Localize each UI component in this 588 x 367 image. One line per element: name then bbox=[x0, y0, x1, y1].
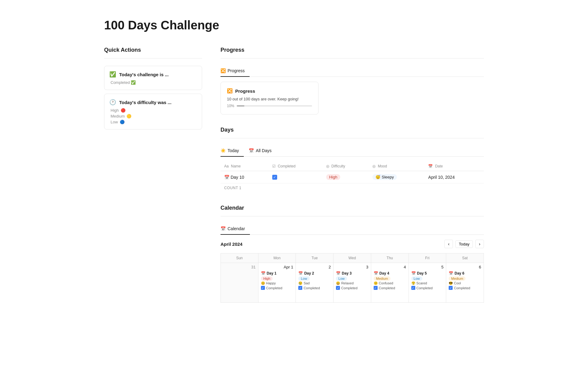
calendar-nav: ‹ Today › bbox=[444, 240, 484, 248]
progress-section: Progress 🔀 Progress 🔀 Progress 10 out of… bbox=[221, 47, 484, 114]
cal-day-apr5[interactable]: 5 📅 Day 5 Low 😤 Scared ✓ bbox=[409, 263, 446, 303]
challenge-status-text: Completed ✅ bbox=[111, 80, 136, 85]
progress-bar-row: 10% bbox=[227, 104, 312, 108]
next-month-button[interactable]: › bbox=[475, 240, 484, 248]
completed-checkbox: ✓ bbox=[272, 175, 277, 180]
event-completed-day3: ✓ Completed bbox=[336, 286, 368, 290]
difficulty-medium-text: Medium bbox=[111, 114, 125, 118]
row-completed: ✓ bbox=[269, 171, 322, 183]
calendar-month: April 2024 bbox=[221, 242, 243, 247]
difficulty-low[interactable]: Low 🔵 bbox=[111, 120, 197, 124]
today-button[interactable]: Today bbox=[455, 240, 473, 248]
col-name: Aa Name bbox=[221, 162, 269, 171]
event-completed-day1: ✓ Completed bbox=[261, 286, 293, 290]
col-difficulty-icon: ◎ bbox=[326, 164, 329, 168]
days-table: Aa Name ☑ Completed ◎ Difficulty ◎ Mood … bbox=[221, 162, 484, 183]
progress-card-title-text: Progress bbox=[235, 88, 255, 94]
difficulty-medium[interactable]: Medium 🟡 bbox=[111, 114, 197, 118]
col-completed: ☑ Completed bbox=[269, 162, 322, 171]
cal-day-apr6[interactable]: 6 📅 Day 6 Medium 😎 Cool ✓ bbox=[446, 263, 484, 303]
difficulty-value: High bbox=[326, 174, 341, 180]
mood-text: Sleepy bbox=[382, 175, 394, 179]
page-title: 100 Days Challenge bbox=[104, 18, 484, 32]
row-name-icon: 📅 bbox=[224, 175, 229, 180]
progress-description: 10 out of 100 days are over. Keep going! bbox=[227, 97, 312, 101]
weekday-thu: Thu bbox=[371, 253, 409, 263]
difficulty-label: Today's difficulty was ... bbox=[119, 100, 172, 105]
calendar-tab-label: Calendar bbox=[228, 226, 245, 231]
event-icon-day6: 📅 bbox=[449, 271, 453, 275]
event-icon-day3: 📅 bbox=[336, 271, 341, 275]
event-label-day3: Day 3 bbox=[342, 271, 352, 275]
challenge-card[interactable]: ✅ Today's challenge is ... Completed ✅ bbox=[104, 66, 202, 90]
completed-text-day5: Completed bbox=[417, 286, 433, 290]
event-name-day5: 📅 Day 5 bbox=[411, 271, 444, 275]
progress-tab-label: Progress bbox=[228, 68, 245, 73]
calendar-week-1: 31 Apr 1 📅 Day 1 High bbox=[221, 263, 484, 303]
difficulty-low-text: Low bbox=[111, 120, 118, 124]
event-label-day4: Day 4 bbox=[379, 271, 389, 275]
row-date: April 10, 2024 bbox=[424, 171, 484, 183]
row-mood: 😴 Sleepy bbox=[369, 171, 424, 183]
quick-actions-title: Quick Actions bbox=[104, 47, 202, 53]
event-diff-day5: Low bbox=[411, 276, 422, 281]
progress-tab-icon: 🔀 bbox=[221, 68, 226, 73]
col-date-icon: 📅 bbox=[428, 164, 433, 168]
difficulty-high[interactable]: High 🔴 bbox=[111, 108, 197, 113]
event-name-day2: 📅 Day 2 bbox=[298, 271, 331, 275]
difficulty-card[interactable]: 🕐 Today's difficulty was ... High 🔴 Medi… bbox=[104, 94, 202, 129]
completed-text-day1: Completed bbox=[266, 286, 282, 290]
challenge-row: ✅ Today's challenge is ... bbox=[109, 71, 197, 78]
prev-month-button[interactable]: ‹ bbox=[444, 240, 453, 248]
check-day4: ✓ bbox=[374, 286, 378, 290]
tab-today[interactable]: ☀️ Today bbox=[221, 146, 244, 157]
row-difficulty: High bbox=[322, 171, 369, 183]
calendar-section-title: Calendar bbox=[221, 205, 484, 211]
day-num-apr1: Apr 1 bbox=[261, 265, 293, 269]
cal-day-apr2[interactable]: 2 📅 Day 2 Low 😢 Sad ✓ bbox=[296, 263, 334, 303]
event-label-day1: Day 1 bbox=[267, 271, 277, 275]
cal-day-apr3[interactable]: 3 📅 Day 3 Low 😄 Relaxed ✓ bbox=[334, 263, 371, 303]
cal-event-day2: 📅 Day 2 Low 😢 Sad ✓ Completed bbox=[298, 271, 331, 290]
mood-value: 😴 Sleepy bbox=[372, 174, 397, 180]
difficulty-high-text: High bbox=[111, 108, 119, 113]
col-name-icon: Aa bbox=[224, 164, 229, 168]
tab-progress[interactable]: 🔀 Progress bbox=[221, 66, 250, 77]
check-day3: ✓ bbox=[336, 286, 340, 290]
event-diff-day3: Low bbox=[336, 276, 347, 281]
event-completed-day5: ✓ Completed bbox=[411, 286, 444, 290]
weekday-fri: Fri bbox=[409, 253, 446, 263]
event-diff-day2: Low bbox=[298, 276, 309, 281]
difficulty-medium-emoji: 🟡 bbox=[126, 114, 131, 118]
difficulty-icon: 🕐 bbox=[109, 99, 116, 106]
event-icon-day4: 📅 bbox=[374, 271, 378, 275]
cal-event-day6: 📅 Day 6 Medium 😎 Cool ✓ Completed bbox=[449, 271, 481, 290]
all-days-tab-icon: 📅 bbox=[249, 148, 254, 153]
tab-all-days[interactable]: 📅 All Days bbox=[249, 146, 276, 157]
row-name: 📅 Day 10 bbox=[221, 171, 269, 183]
table-row[interactable]: 📅 Day 10 ✓ High 😴 bbox=[221, 171, 484, 183]
days-table-header: Aa Name ☑ Completed ◎ Difficulty ◎ Mood … bbox=[221, 162, 484, 171]
event-diff-day6: Medium bbox=[449, 276, 466, 281]
row-name-text: Day 10 bbox=[231, 175, 244, 180]
progress-percent: 10% bbox=[227, 104, 234, 108]
weekday-mon: Mon bbox=[258, 253, 296, 263]
event-diff-day1: High bbox=[261, 276, 273, 281]
progress-card-title: 🔀 Progress bbox=[227, 88, 312, 94]
difficulty-options: High 🔴 Medium 🟡 Low 🔵 bbox=[109, 108, 197, 124]
calendar-header: April 2024 ‹ Today › bbox=[221, 240, 484, 248]
today-tab-label: Today bbox=[228, 148, 239, 153]
event-icon-day2: 📅 bbox=[298, 271, 303, 275]
cal-event-day1: 📅 Day 1 High 😊 Happy ✓ Completed bbox=[261, 271, 293, 290]
event-completed-day6: ✓ Completed bbox=[449, 286, 481, 290]
date-value: April 10, 2024 bbox=[428, 175, 454, 180]
event-diff-day4: Medium bbox=[374, 276, 390, 281]
event-mood-day4: 😕 Confused bbox=[374, 281, 406, 285]
tab-calendar[interactable]: 📅 Calendar bbox=[221, 224, 250, 235]
cal-day-apr1[interactable]: Apr 1 📅 Day 1 High 😊 Happy ✓ bbox=[258, 263, 296, 303]
weekday-wed: Wed bbox=[334, 253, 371, 263]
cal-day-apr4[interactable]: 4 📅 Day 4 Medium 😕 Confused bbox=[371, 263, 409, 303]
check-day6: ✓ bbox=[449, 286, 453, 290]
col-mood: ◎ Mood bbox=[369, 162, 424, 171]
challenge-icon: ✅ bbox=[109, 71, 116, 78]
